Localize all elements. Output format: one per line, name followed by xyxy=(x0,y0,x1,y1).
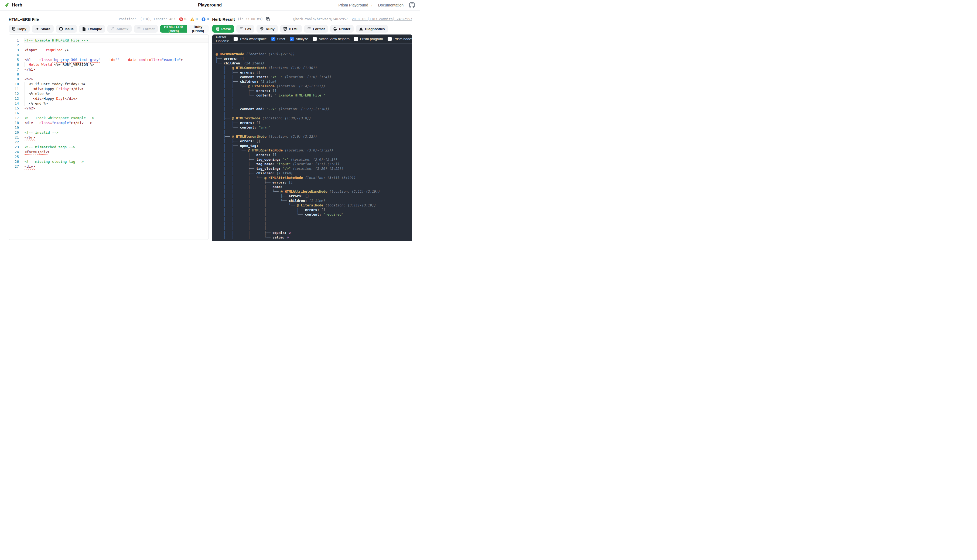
line-number[interactable]: 13 xyxy=(9,96,25,101)
parser-option-strict[interactable]: ✓Strict xyxy=(271,37,285,41)
line-number[interactable]: 1 xyxy=(9,38,25,43)
header-links: Prism Playground → Documentation xyxy=(338,2,415,8)
copy-result-button[interactable] xyxy=(266,17,270,21)
checkbox-icon[interactable] xyxy=(234,37,238,41)
editor-line[interactable]: 27<div> xyxy=(9,164,209,169)
line-number[interactable]: 15 xyxy=(9,106,25,111)
editor-line[interactable]: 22 xyxy=(9,140,209,145)
editor-line[interactable]: 3<input required /> xyxy=(9,48,209,53)
line-number[interactable]: 2 xyxy=(9,43,25,48)
line-number[interactable]: 17 xyxy=(9,116,25,120)
checkbox-icon[interactable] xyxy=(313,37,317,41)
line-number[interactable]: 8 xyxy=(9,72,25,77)
editor-line[interactable]: 5<h1 class='bg-gray-300 text-gray" id=''… xyxy=(9,57,209,62)
editor-line[interactable]: 13 <div>Happy Day!</div> xyxy=(9,96,209,101)
editor-line[interactable]: 18<div class="example"></div > xyxy=(9,120,209,125)
share-button[interactable]: Share xyxy=(32,25,54,33)
line-number[interactable]: 11 xyxy=(9,87,25,92)
line-number[interactable]: 5 xyxy=(9,57,25,62)
editor-line[interactable]: 17<!-- Track whitespace example --> xyxy=(9,116,209,120)
editor-line[interactable]: 8 xyxy=(9,72,209,77)
code-line-content: <% if Date.today.friday? %> xyxy=(25,82,209,87)
editor-line[interactable]: 20<!-- invalid --> xyxy=(9,130,209,135)
checkbox-checked-icon[interactable]: ✓ xyxy=(271,37,275,41)
language-ruby-prism[interactable]: Ruby (Prism) xyxy=(187,25,209,33)
line-number[interactable]: 21 xyxy=(9,135,25,140)
line-number[interactable]: 10 xyxy=(9,82,25,87)
line-number[interactable]: 12 xyxy=(9,92,25,96)
parser-option-prism-program[interactable]: Prism program xyxy=(354,37,383,41)
format-button[interactable]: Format xyxy=(134,25,158,33)
tree-line: │ │ │ │ xyxy=(216,226,412,230)
ruby-button[interactable]: Ruby xyxy=(256,25,278,33)
parser-option-action-view-helpers[interactable]: Action View helpers xyxy=(313,37,349,41)
line-number[interactable]: 6 xyxy=(9,62,25,67)
checkbox-icon[interactable] xyxy=(388,37,391,41)
result-format-button[interactable]: Format xyxy=(304,25,328,33)
copy-button[interactable]: Copy xyxy=(8,25,30,33)
editor-line[interactable]: 7</h1> xyxy=(9,67,209,72)
editor-line[interactable]: 11 <div>Happy Friday!</div> xyxy=(9,87,209,92)
editor-line[interactable]: 16 xyxy=(9,111,209,116)
editor-line[interactable]: 2 xyxy=(9,43,209,48)
editor-line[interactable]: 26<!-- missing closing tag --> xyxy=(9,159,209,164)
code-line-content xyxy=(25,53,209,57)
code-line-content xyxy=(25,140,209,145)
editor-line[interactable]: 25 xyxy=(9,154,209,159)
line-number[interactable]: 16 xyxy=(9,111,25,116)
printer-button[interactable]: Printer xyxy=(330,25,354,33)
version-link[interactable]: v0.8.10 (+183 commits) 2402c957 xyxy=(352,17,412,21)
diagnostics-button[interactable]: Diagnostics xyxy=(356,25,388,33)
parser-option-track-whitespace[interactable]: Track whitespace xyxy=(234,37,267,41)
line-number[interactable]: 9 xyxy=(9,77,25,82)
editor-line[interactable]: 14 <% end %> xyxy=(9,101,209,106)
line-number[interactable]: 24 xyxy=(9,150,25,154)
editor-line[interactable]: 23<!-- mismatched tags --> xyxy=(9,145,209,150)
line-number[interactable]: 4 xyxy=(9,53,25,57)
line-number[interactable]: 27 xyxy=(9,164,25,169)
parse-button[interactable]: Parse xyxy=(212,25,234,33)
checkbox-icon[interactable] xyxy=(354,37,358,41)
line-number[interactable]: 20 xyxy=(9,130,25,135)
link-documentation[interactable]: Documentation xyxy=(378,3,403,7)
line-number[interactable]: 14 xyxy=(9,101,25,106)
example-button[interactable]: Example xyxy=(79,25,105,33)
line-number[interactable]: 18 xyxy=(9,120,25,125)
line-number[interactable]: 26 xyxy=(9,159,25,164)
code-line-content xyxy=(25,154,209,159)
ast-tree: @ DocumentNode (location: (1:0)-(27:5))├… xyxy=(212,44,412,240)
code-line-content: <% else %> xyxy=(25,92,209,96)
link-prism-playground[interactable]: Prism Playground → xyxy=(338,3,373,7)
code-editor[interactable]: 1<!-- Example HTML+ERB File -->23<input … xyxy=(8,35,209,240)
parser-option-prism-nodes[interactable]: Prism nodes xyxy=(388,37,412,41)
editor-line[interactable]: 19 xyxy=(9,125,209,130)
format-lines-icon xyxy=(307,27,311,31)
editor-line[interactable]: 4 xyxy=(9,53,209,57)
checkbox-checked-icon[interactable]: ✓ xyxy=(290,37,294,41)
issue-button[interactable]: Issue xyxy=(56,25,77,33)
line-number[interactable]: 3 xyxy=(9,48,25,53)
editor-line[interactable]: 24<form></div> xyxy=(9,150,209,154)
line-number[interactable]: 23 xyxy=(9,145,25,150)
editor-line[interactable]: 12 <% else %> xyxy=(9,92,209,96)
editor-line[interactable]: 21</br> xyxy=(9,135,209,140)
line-number[interactable]: 19 xyxy=(9,125,25,130)
printer-icon xyxy=(333,27,337,31)
line-number[interactable]: 25 xyxy=(9,154,25,159)
editor-line[interactable]: 15</h2> xyxy=(9,106,209,111)
autofix-button[interactable]: Autofix xyxy=(107,25,132,33)
line-number[interactable]: 7 xyxy=(9,67,25,72)
github-link[interactable] xyxy=(409,2,415,8)
tree-line: │ │ │ ├── equals: ∅ xyxy=(216,230,412,235)
herb-logo[interactable]: Herb xyxy=(5,2,22,8)
line-number[interactable]: 22 xyxy=(9,140,25,145)
html-button[interactable]: HTML xyxy=(280,25,302,33)
parser-option-analyze[interactable]: ✓Analyze xyxy=(290,37,308,41)
editor-line[interactable]: 10 <% if Date.today.friday? %> xyxy=(9,82,209,87)
editor-line[interactable]: 1<!-- Example HTML+ERB File --> xyxy=(9,38,209,43)
lex-button[interactable]: Lex xyxy=(236,25,254,33)
editor-line[interactable]: 6 Hello World <%= RUBY_VERSION %> xyxy=(9,62,209,67)
result-panel[interactable]: Parser Options: Track whitespace✓Strict✓… xyxy=(212,35,412,241)
editor-line[interactable]: 9<h2> xyxy=(9,77,209,82)
language-html-erb[interactable]: HTML+ERB (Herb) xyxy=(160,25,187,33)
